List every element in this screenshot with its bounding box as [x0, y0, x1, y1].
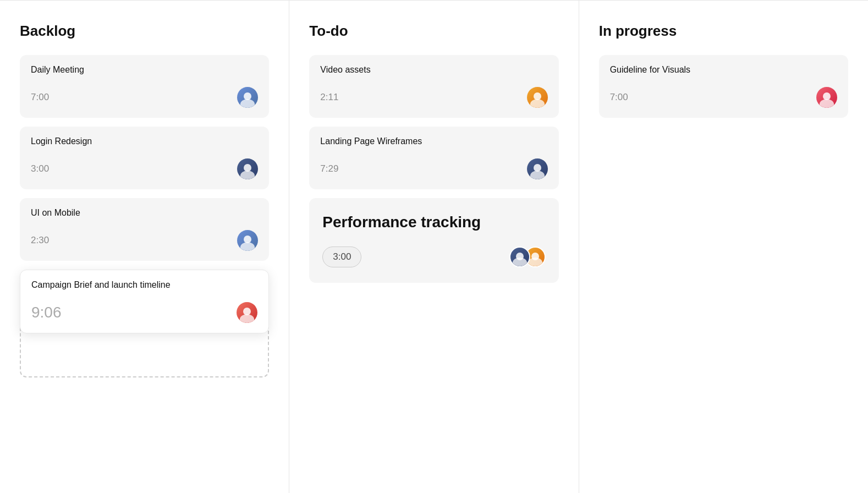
card-time: 2:30: [31, 235, 49, 246]
card-daily-meeting[interactable]: Daily Meeting 7:00: [20, 55, 269, 118]
column-header-todo: To-do: [309, 23, 558, 40]
avatar: [527, 87, 548, 108]
card-campaign-wrapper: Campaign Brief and launch timeline 9:06: [20, 270, 269, 377]
kanban-board: Backlog Daily Meeting 7:00 Login Redesig…: [0, 0, 868, 493]
avatar-group: [527, 158, 548, 179]
avatar: [237, 302, 257, 323]
card-campaign-brief[interactable]: Campaign Brief and launch timeline 9:06: [20, 270, 269, 333]
column-todo: To-do Video assets 2:11 Landing Page Wir…: [289, 1, 579, 493]
avatar: [237, 230, 258, 251]
card-footer: 7:00: [610, 87, 837, 108]
card-title: Campaign Brief and launch timeline: [31, 280, 257, 290]
column-header-in-progress: In progress: [599, 23, 848, 40]
avatar: [527, 158, 548, 179]
card-video-assets[interactable]: Video assets 2:11: [309, 55, 558, 118]
avatar: [816, 87, 837, 108]
card-title: Guideline for Visuals: [610, 65, 837, 75]
card-footer: 3:00: [322, 246, 545, 267]
card-time: 7:00: [31, 92, 49, 103]
card-footer: 9:06: [31, 302, 257, 323]
card-time: 7:29: [320, 163, 338, 174]
card-time: 3:00: [31, 163, 49, 174]
card-title: Login Redesign: [31, 136, 258, 146]
avatar-group: [509, 246, 546, 267]
card-performance-tracking[interactable]: Performance tracking 3:00: [309, 198, 558, 283]
avatar-group: [237, 302, 257, 323]
avatar-group: [237, 230, 258, 251]
card-landing-page[interactable]: Landing Page Wireframes 7:29: [309, 127, 558, 189]
card-title: Landing Page Wireframes: [320, 136, 547, 146]
avatar: [237, 158, 258, 179]
card-title: UI on Mobile: [31, 208, 258, 218]
column-backlog: Backlog Daily Meeting 7:00 Login Redesig…: [0, 1, 289, 493]
column-in-progress: In progress Guideline for Visuals 7:00: [579, 1, 868, 493]
column-header-backlog: Backlog: [20, 23, 269, 40]
avatar-group: [527, 87, 548, 108]
avatar-group: [237, 87, 258, 108]
card-ui-on-mobile[interactable]: UI on Mobile 2:30: [20, 198, 269, 261]
avatar: [509, 246, 530, 267]
card-footer: 7:00: [31, 87, 258, 108]
card-login-redesign[interactable]: Login Redesign 3:00: [20, 127, 269, 189]
card-title: Daily Meeting: [31, 65, 258, 75]
card-title: Video assets: [320, 65, 547, 75]
avatar-group: [816, 87, 837, 108]
card-time: 2:11: [320, 92, 338, 103]
card-time: 7:00: [610, 92, 628, 103]
card-time-badge: 3:00: [322, 246, 361, 267]
avatar-group: [237, 158, 258, 179]
card-time: 9:06: [31, 304, 62, 321]
card-title: Performance tracking: [322, 213, 545, 231]
card-footer: 7:29: [320, 158, 547, 179]
card-guideline-visuals[interactable]: Guideline for Visuals 7:00: [599, 55, 848, 118]
card-footer: 3:00: [31, 158, 258, 179]
card-footer: 2:30: [31, 230, 258, 251]
avatar: [237, 87, 258, 108]
card-footer: 2:11: [320, 87, 547, 108]
